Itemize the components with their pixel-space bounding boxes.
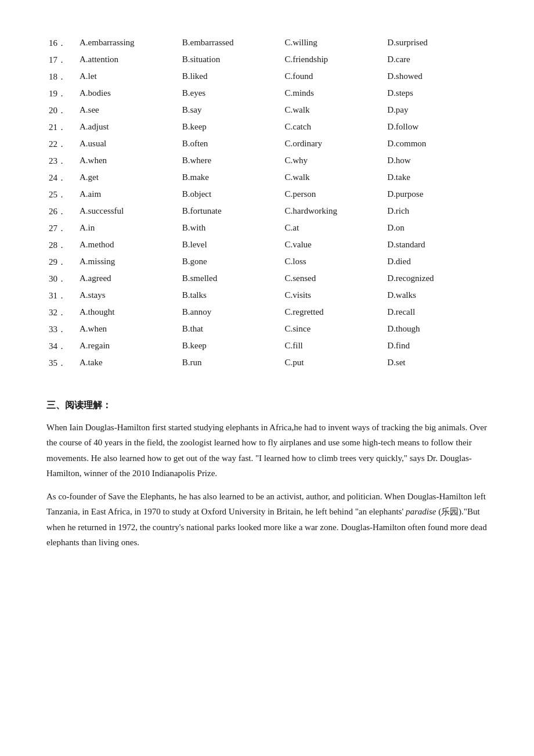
option-d: D.care	[385, 52, 488, 69]
option-a: A.when	[77, 153, 180, 170]
option-b: B.liked	[180, 69, 283, 85]
option-a: A.bodies	[77, 85, 180, 102]
option-c: C.ordinary	[282, 136, 385, 153]
option-c: C.at	[282, 220, 385, 237]
table-row: 34． A.regain B.keep C.fill D.find	[46, 338, 488, 355]
question-number: 28．	[46, 237, 77, 254]
option-b: B.keep	[180, 119, 283, 136]
option-c: C.walk	[282, 102, 385, 119]
table-row: 24． A.get B.make C.walk D.take	[46, 170, 488, 186]
option-b: B.level	[180, 237, 283, 254]
table-row: 32． A.thought B.annoy C.regretted D.reca…	[46, 304, 488, 321]
option-d: D.walks	[385, 287, 488, 304]
option-a: A.regain	[77, 338, 180, 355]
option-b: B.keep	[180, 338, 283, 355]
option-b: B.embarrassed	[180, 35, 283, 52]
table-row: 16． A.embarrassing B.embarrassed C.willi…	[46, 35, 488, 52]
option-a: A.usual	[77, 136, 180, 153]
option-a: A.let	[77, 69, 180, 85]
option-c: C.person	[282, 186, 385, 203]
question-number: 20．	[46, 102, 77, 119]
table-row: 19． A.bodies B.eyes C.minds D.steps	[46, 85, 488, 102]
option-b: B.talks	[180, 287, 283, 304]
table-row: 29． A.missing B.gone C.loss D.died	[46, 254, 488, 271]
option-a: A.attention	[77, 52, 180, 69]
table-row: 18． A.let B.liked C.found D.showed	[46, 69, 488, 85]
option-a: A.get	[77, 170, 180, 186]
option-d: D.recall	[385, 304, 488, 321]
option-d: D.steps	[385, 85, 488, 102]
option-d: D.though	[385, 321, 488, 338]
question-number: 24．	[46, 170, 77, 186]
option-a: A.when	[77, 321, 180, 338]
table-row: 27． A.in B.with C.at D.on	[46, 220, 488, 237]
table-row: 23． A.when B.where C.why D.how	[46, 153, 488, 170]
option-c: C.why	[282, 153, 385, 170]
option-d: D.purpose	[385, 186, 488, 203]
option-a: A.adjust	[77, 119, 180, 136]
paragraph-2: As co-founder of Save the Elephants, he …	[46, 489, 488, 550]
option-c: C.hardworking	[282, 203, 385, 220]
option-b: B.where	[180, 153, 283, 170]
option-b: B.situation	[180, 52, 283, 69]
option-d: D.find	[385, 338, 488, 355]
option-a: A.thought	[77, 304, 180, 321]
option-b: B.often	[180, 136, 283, 153]
option-d: D.on	[385, 220, 488, 237]
question-number: 27．	[46, 220, 77, 237]
table-row: 17． A.attention B.situation C.friendship…	[46, 52, 488, 69]
option-d: D.surprised	[385, 35, 488, 52]
question-number: 23．	[46, 153, 77, 170]
question-number: 32．	[46, 304, 77, 321]
question-number: 17．	[46, 52, 77, 69]
option-c: C.sensed	[282, 271, 385, 287]
option-d: D.how	[385, 153, 488, 170]
option-c: C.willing	[282, 35, 385, 52]
option-a: A.successful	[77, 203, 180, 220]
option-b: B.smelled	[180, 271, 283, 287]
option-b: B.fortunate	[180, 203, 283, 220]
question-number: 33．	[46, 321, 77, 338]
question-table: 16． A.embarrassing B.embarrassed C.willi…	[46, 35, 488, 372]
option-c: C.friendship	[282, 52, 385, 69]
option-d: D.standard	[385, 237, 488, 254]
question-number: 19．	[46, 85, 77, 102]
option-b: B.eyes	[180, 85, 283, 102]
option-a: A.embarrassing	[77, 35, 180, 52]
option-c: C.value	[282, 237, 385, 254]
question-number: 25．	[46, 186, 77, 203]
table-row: 20． A.see B.say C.walk D.pay	[46, 102, 488, 119]
option-a: A.see	[77, 102, 180, 119]
table-row: 30． A.agreed B.smelled C.sensed D.recogn…	[46, 271, 488, 287]
option-c: C.found	[282, 69, 385, 85]
question-number: 35．	[46, 355, 77, 372]
table-row: 21． A.adjust B.keep C.catch D.follow	[46, 119, 488, 136]
option-b: B.annoy	[180, 304, 283, 321]
option-a: A.stays	[77, 287, 180, 304]
option-d: D.set	[385, 355, 488, 372]
table-row: 31． A.stays B.talks C.visits D.walks	[46, 287, 488, 304]
option-a: A.missing	[77, 254, 180, 271]
option-a: A.in	[77, 220, 180, 237]
option-b: B.that	[180, 321, 283, 338]
table-row: 26． A.successful B.fortunate C.hardworki…	[46, 203, 488, 220]
option-d: D.showed	[385, 69, 488, 85]
paragraph-1: When Iain Douglas-Hamilton first started…	[46, 420, 488, 481]
option-c: C.fill	[282, 338, 385, 355]
question-number: 30．	[46, 271, 77, 287]
option-d: D.rich	[385, 203, 488, 220]
option-c: C.loss	[282, 254, 385, 271]
option-b: B.run	[180, 355, 283, 372]
option-c: C.regretted	[282, 304, 385, 321]
question-number: 16．	[46, 35, 77, 52]
option-a: A.take	[77, 355, 180, 372]
option-c: C.visits	[282, 287, 385, 304]
question-number: 26．	[46, 203, 77, 220]
table-row: 25． A.aim B.object C.person D.purpose	[46, 186, 488, 203]
option-b: B.make	[180, 170, 283, 186]
option-d: D.recognized	[385, 271, 488, 287]
option-c: C.minds	[282, 85, 385, 102]
option-b: B.gone	[180, 254, 283, 271]
option-d: D.pay	[385, 102, 488, 119]
question-number: 22．	[46, 136, 77, 153]
